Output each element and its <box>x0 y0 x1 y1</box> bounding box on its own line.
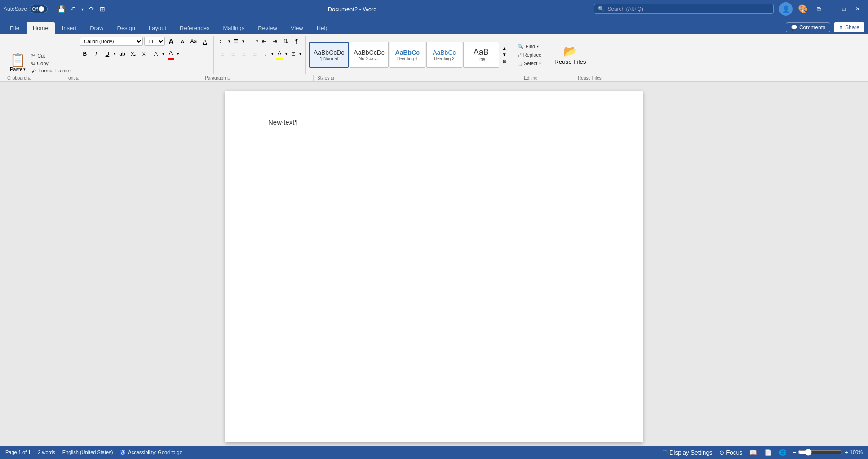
multilevel-button[interactable]: ≣ <box>245 36 255 46</box>
paragraph-expand-icon[interactable]: ⊡ <box>227 76 231 80</box>
sort-button[interactable]: ⇅ <box>281 36 291 46</box>
font-family-select[interactable]: Calibri (Body) <box>80 37 143 46</box>
font-size-select[interactable]: 11 8910 12141618 20242836 <box>144 37 165 46</box>
format-painter-button[interactable]: 🖌 Format Painter <box>30 67 72 74</box>
bullets-button[interactable]: ≔ <box>217 36 227 46</box>
undo-arrow-button[interactable]: ▾ <box>80 4 85 13</box>
align-center-button[interactable]: ≡ <box>228 49 238 59</box>
clear-format-button[interactable]: A <box>200 36 210 46</box>
tab-review[interactable]: Review <box>252 22 283 34</box>
align-left-button[interactable]: ≡ <box>217 49 227 59</box>
focus-button[interactable]: ⊙ Focus <box>717 448 744 457</box>
search-box[interactable]: 🔍 <box>594 4 774 14</box>
justify-button[interactable]: ≡ <box>250 49 260 59</box>
style-title[interactable]: AaB Title <box>463 42 499 68</box>
borders-button[interactable]: ⊡ <box>288 49 298 59</box>
web-layout-button[interactable]: 🌐 <box>777 448 788 457</box>
tab-help[interactable]: Help <box>310 22 335 34</box>
font-color-dropdown-icon[interactable]: ▾ <box>177 52 179 56</box>
styles-scroll-down[interactable]: ▼ <box>501 52 508 58</box>
color-picker-button[interactable]: 🎨 <box>796 3 810 15</box>
save-button[interactable]: 💾 <box>56 4 67 13</box>
tab-layout[interactable]: Layout <box>142 22 173 34</box>
superscript-button[interactable]: X² <box>140 49 150 59</box>
undo-button[interactable]: ↶ <box>69 4 78 13</box>
minimize-button[interactable]: ─ <box>824 4 837 14</box>
tab-view[interactable]: View <box>284 22 310 34</box>
italic-button[interactable]: I <box>91 49 101 59</box>
print-layout-button[interactable]: 📄 <box>762 448 774 457</box>
tab-draw[interactable]: Draw <box>84 22 110 34</box>
underline-dropdown[interactable]: ▾ <box>114 52 116 56</box>
paste-button[interactable]: 📋 Paste ▾ <box>7 52 28 74</box>
highlight-color-btn[interactable]: A <box>151 49 161 59</box>
styles-expand-icon[interactable]: ⊡ <box>331 76 334 80</box>
redo-button[interactable]: ↷ <box>87 4 96 13</box>
select-button[interactable]: ⬚ Select ▾ <box>516 60 543 67</box>
language-indicator[interactable]: English (United States) <box>62 450 113 455</box>
styles-expand-button[interactable]: ⊞ <box>501 58 508 65</box>
strikethrough-button[interactable]: ab <box>117 49 127 59</box>
tab-design[interactable]: Design <box>111 22 142 34</box>
zoom-in-button[interactable]: + <box>845 449 848 456</box>
line-spacing-button[interactable]: ↕ <box>261 49 270 59</box>
align-right-button[interactable]: ≡ <box>239 49 249 59</box>
borders-dropdown-icon[interactable]: ▾ <box>299 52 301 56</box>
shading-dropdown-icon[interactable]: ▾ <box>285 52 288 56</box>
case-button[interactable]: Aa <box>189 36 199 46</box>
autosave-toggle[interactable]: Off <box>30 5 48 13</box>
share-button[interactable]: ⬆ Share <box>834 22 864 32</box>
page-info[interactable]: Page 1 of 1 <box>5 450 31 455</box>
tab-mailings[interactable]: Mailings <box>217 22 251 34</box>
highlight-button[interactable]: A <box>151 49 161 59</box>
shrink-font-button[interactable]: A <box>177 36 187 46</box>
tab-file[interactable]: File <box>4 22 26 34</box>
tab-references[interactable]: References <box>173 22 216 34</box>
subscript-button[interactable]: X₂ <box>128 49 138 59</box>
numbering-button[interactable]: ☰ <box>231 36 241 46</box>
user-avatar[interactable]: 👤 <box>779 2 793 16</box>
font-color-button[interactable]: A <box>166 48 176 58</box>
search-input[interactable] <box>607 6 751 12</box>
shading-button[interactable]: A <box>275 48 284 58</box>
comments-button[interactable]: 💬 Comments <box>786 22 830 32</box>
read-mode-button[interactable]: 📖 <box>748 448 759 457</box>
numbering-dropdown-icon[interactable]: ▾ <box>242 39 244 44</box>
line-spacing-dropdown-icon[interactable]: ▾ <box>271 52 274 56</box>
close-button[interactable]: ✕ <box>851 4 864 14</box>
increase-indent-button[interactable]: ⇥ <box>270 36 280 46</box>
tab-insert[interactable]: Insert <box>56 22 83 34</box>
maximize-button[interactable]: □ <box>838 4 850 14</box>
layout-button[interactable]: ⧉ <box>815 4 823 14</box>
customize-button[interactable]: ⊞ <box>98 4 107 13</box>
underline-button[interactable]: U <box>102 49 112 59</box>
paste-dropdown-icon[interactable]: ▾ <box>23 67 26 71</box>
cut-button[interactable]: ✂ Cut <box>30 52 72 59</box>
font-expand-icon[interactable]: ⊡ <box>76 76 80 80</box>
highlight-dropdown-icon[interactable]: ▾ <box>162 52 164 56</box>
find-dropdown-icon[interactable]: ▾ <box>537 45 539 49</box>
bullets-dropdown-icon[interactable]: ▾ <box>228 39 230 44</box>
grow-font-button[interactable]: A <box>166 36 176 46</box>
style-no-spacing[interactable]: AaBbCcDc No Spac... <box>350 42 388 68</box>
multilevel-dropdown-icon[interactable]: ▾ <box>256 39 258 44</box>
style-heading2[interactable]: AaBbCc Heading 2 <box>426 42 462 68</box>
style-heading1[interactable]: AaBbCc Heading 1 <box>390 42 425 68</box>
replace-button[interactable]: ⇄ Replace <box>516 51 543 59</box>
display-settings-button[interactable]: ⬚ Display Settings <box>660 448 714 457</box>
select-dropdown-icon[interactable]: ▾ <box>539 62 541 66</box>
zoom-slider[interactable] <box>798 449 843 456</box>
accessibility-indicator[interactable]: ♿ Accessibility: Good to go <box>120 450 182 455</box>
style-normal[interactable]: AaBbCcDc ¶ Normal <box>309 42 349 68</box>
decrease-indent-button[interactable]: ⇤ <box>259 36 269 46</box>
zoom-out-button[interactable]: − <box>792 449 796 456</box>
tab-home[interactable]: Home <box>27 22 55 34</box>
bold-button[interactable]: B <box>80 49 90 59</box>
clipboard-expand-icon[interactable]: ⊡ <box>28 76 31 80</box>
find-button[interactable]: 🔍 Find ▾ <box>516 43 543 50</box>
show-paragraph-button[interactable]: ¶ <box>292 36 301 46</box>
document-content[interactable]: New·text¶ <box>268 118 600 126</box>
copy-button[interactable]: ⧉ Copy <box>30 60 72 67</box>
word-count[interactable]: 2 words <box>38 450 55 455</box>
styles-scroll-up[interactable]: ▲ <box>501 45 508 51</box>
